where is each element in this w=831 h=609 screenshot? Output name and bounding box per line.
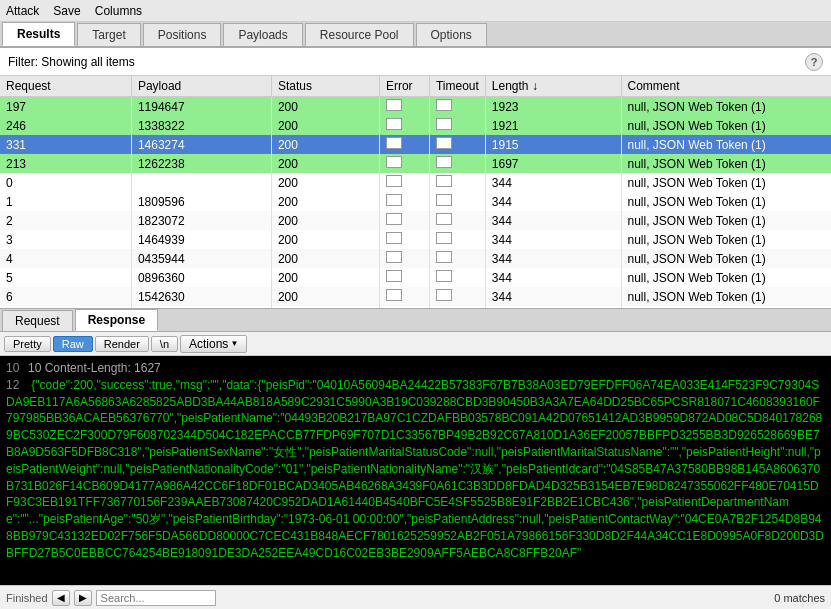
lower-section: Request Response Pretty Raw Render \n Ac… — [0, 308, 831, 609]
menu-save[interactable]: Save — [53, 4, 80, 18]
table-row[interactable]: 21823072200344null, JSON Web Token (1) — [0, 211, 831, 230]
help-icon[interactable]: ? — [805, 53, 823, 71]
search-input[interactable] — [96, 590, 216, 606]
response-area: 1010 Content-Length: 1627 12 {"code":200… — [0, 356, 831, 585]
filter-bar: Filter: Showing all items ? — [0, 48, 831, 76]
response-content-10: 10 Content-Length: 1627 — [28, 361, 161, 375]
newline-button[interactable]: \n — [151, 336, 178, 352]
nav-back-button[interactable]: ◀ — [52, 590, 70, 606]
response-line-12: 12 {"code":200,"success":true,"msg":"","… — [6, 377, 825, 562]
response-content-12: {"code":200,"success":true,"msg":"","dat… — [6, 378, 824, 560]
table-row[interactable]: 21312622382001697null, JSON Web Token (1… — [0, 154, 831, 173]
table-row[interactable]: 31464939200344null, JSON Web Token (1) — [0, 230, 831, 249]
menu-bar: Attack Save Columns — [0, 0, 831, 22]
col-error[interactable]: Error — [379, 76, 429, 97]
actions-dropdown-arrow: ▼ — [230, 339, 238, 348]
tab-options[interactable]: Options — [416, 23, 487, 46]
table-row[interactable]: 11809596200344null, JSON Web Token (1) — [0, 192, 831, 211]
line-num-12: 12 — [6, 377, 22, 394]
table-row[interactable]: 24613383222001921null, JSON Web Token (1… — [0, 116, 831, 135]
response-line-10: 1010 Content-Length: 1627 — [6, 360, 825, 377]
actions-button[interactable]: Actions ▼ — [180, 335, 247, 353]
table-row[interactable]: 50896360200344null, JSON Web Token (1) — [0, 268, 831, 287]
tab-positions[interactable]: Positions — [143, 23, 222, 46]
response-toolbar: Pretty Raw Render \n Actions ▼ — [0, 332, 831, 356]
tab-resource-pool[interactable]: Resource Pool — [305, 23, 414, 46]
main-content: Filter: Showing all items ? Request Payl… — [0, 48, 831, 609]
results-table: Request Payload Status Error Timeout Len… — [0, 76, 831, 308]
menu-attack[interactable]: Attack — [6, 4, 39, 18]
tab-target[interactable]: Target — [77, 23, 140, 46]
results-table-container: Request Payload Status Error Timeout Len… — [0, 76, 831, 308]
col-comment[interactable]: Comment — [621, 76, 831, 97]
matches-text: 0 matches — [774, 592, 825, 604]
table-row[interactable]: 19711946472001923null, JSON Web Token (1… — [0, 97, 831, 117]
bottom-tab-bar: Request Response — [0, 308, 831, 332]
tab-request[interactable]: Request — [2, 310, 73, 331]
tab-response[interactable]: Response — [75, 309, 158, 331]
tab-payloads[interactable]: Payloads — [223, 23, 302, 46]
table-row[interactable]: 61542630200344null, JSON Web Token (1) — [0, 287, 831, 306]
col-request[interactable]: Request — [0, 76, 131, 97]
filter-text: Filter: Showing all items — [8, 55, 135, 69]
raw-button[interactable]: Raw — [53, 336, 93, 352]
response-panel[interactable]: 1010 Content-Length: 1627 12 {"code":200… — [0, 356, 831, 585]
table-row[interactable]: 40435944200344null, JSON Web Token (1) — [0, 249, 831, 268]
table-row[interactable]: 33114632742001915null, JSON Web Token (1… — [0, 135, 831, 154]
tab-results[interactable]: Results — [2, 22, 75, 46]
tab-bar: Results Target Positions Payloads Resour… — [0, 22, 831, 48]
render-button[interactable]: Render — [95, 336, 149, 352]
col-status[interactable]: Status — [271, 76, 379, 97]
pretty-button[interactable]: Pretty — [4, 336, 51, 352]
finished-text: Finished — [6, 592, 48, 604]
actions-label: Actions — [189, 337, 228, 351]
col-payload[interactable]: Payload — [131, 76, 271, 97]
line-num-10: 10 — [6, 360, 22, 377]
col-length[interactable]: Length ↓ — [485, 76, 621, 97]
status-bar: Finished ◀ ▶ 0 matches — [0, 585, 831, 609]
menu-columns[interactable]: Columns — [95, 4, 142, 18]
table-row[interactable]: 0200344null, JSON Web Token (1) — [0, 173, 831, 192]
col-timeout[interactable]: Timeout — [429, 76, 485, 97]
table-header-row: Request Payload Status Error Timeout Len… — [0, 76, 831, 97]
nav-forward-button[interactable]: ▶ — [74, 590, 92, 606]
